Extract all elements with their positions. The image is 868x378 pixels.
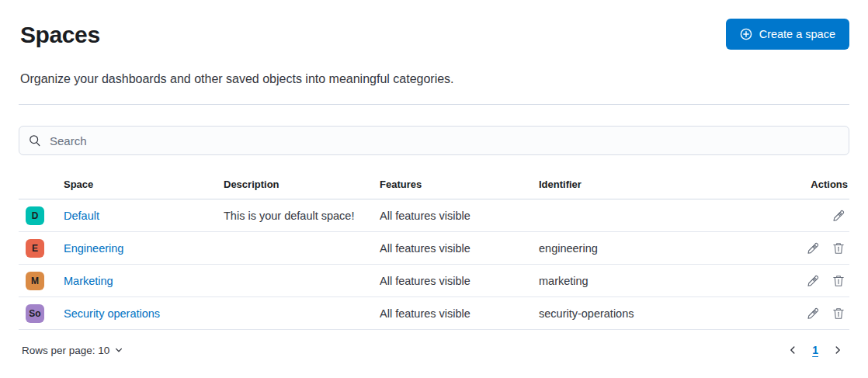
delete-space-button[interactable] [828, 303, 849, 324]
space-actions [772, 297, 849, 330]
edit-space-button[interactable] [802, 303, 824, 324]
page-number-current[interactable]: 1 [812, 344, 818, 356]
space-avatar: E [26, 239, 44, 258]
edit-space-button[interactable] [828, 205, 849, 227]
spaces-page: Spaces Create a space Organize your dash… [0, 0, 868, 378]
chevron-right-icon [832, 345, 843, 355]
space-features: All features visible [380, 199, 539, 232]
search-box[interactable] [19, 126, 849, 155]
create-space-button-label: Create a space [759, 28, 835, 40]
column-header-description: Description [224, 171, 380, 199]
chevron-left-icon [787, 345, 798, 355]
pagination: 1 [784, 342, 849, 359]
column-header-identifier: Identifier [539, 171, 772, 199]
space-actions [772, 265, 849, 297]
pencil-icon [807, 242, 819, 255]
trash-icon [832, 242, 845, 255]
space-actions [772, 199, 849, 232]
spaces-table: Space Description Features Identifier Ac… [19, 171, 849, 330]
table-row: SoSecurity operationsAll features visibl… [19, 297, 849, 330]
column-header-avatar [19, 171, 64, 199]
column-header-actions: Actions [772, 171, 849, 199]
table-row: MMarketingAll features visiblemarketing [19, 265, 849, 297]
space-description: This is your default space! [224, 199, 380, 232]
space-identifier [539, 199, 772, 232]
space-description [224, 265, 380, 297]
delete-space-button[interactable] [828, 238, 849, 259]
pencil-icon [832, 210, 845, 222]
trash-icon [832, 275, 845, 287]
space-features: All features visible [380, 297, 539, 330]
plus-in-circle-icon [740, 28, 752, 40]
space-identifier: marketing [539, 265, 772, 297]
create-space-button[interactable]: Create a space [726, 19, 849, 50]
space-name-link[interactable]: Default [64, 210, 99, 222]
header-divider [19, 104, 849, 105]
page-subtitle: Organize your dashboards and other saved… [20, 70, 849, 88]
space-features: All features visible [380, 265, 539, 297]
rows-per-page-button[interactable]: Rows per page: 10 [19, 343, 127, 358]
search-input[interactable] [48, 134, 839, 148]
space-avatar: D [26, 206, 44, 225]
trash-icon [832, 307, 845, 320]
column-header-space: Space [64, 171, 224, 199]
previous-page-button[interactable] [784, 342, 801, 359]
pencil-icon [807, 307, 819, 320]
space-name-link[interactable]: Security operations [64, 307, 160, 320]
space-avatar: So [26, 304, 44, 323]
space-features: All features visible [380, 232, 539, 265]
table-row: DDefaultThis is your default space!All f… [19, 199, 849, 232]
edit-space-button[interactable] [802, 238, 824, 259]
space-actions [772, 232, 849, 265]
edit-space-button[interactable] [802, 270, 824, 292]
page-title: Spaces [20, 20, 849, 50]
space-name-link[interactable]: Marketing [64, 275, 113, 287]
pencil-icon [807, 275, 819, 287]
space-name-link[interactable]: Engineering [64, 242, 123, 255]
rows-per-page-label: Rows per page: 10 [22, 345, 109, 356]
chevron-down-icon [114, 345, 123, 355]
space-identifier: security-operations [539, 297, 772, 330]
delete-space-button[interactable] [828, 270, 849, 292]
table-body: DDefaultThis is your default space!All f… [19, 199, 849, 330]
space-description [224, 297, 380, 330]
search-icon [29, 134, 41, 147]
space-avatar: M [26, 272, 44, 290]
table-footer: Rows per page: 10 1 [19, 342, 849, 359]
table-row: EEngineeringAll features visibleengineer… [19, 232, 849, 265]
next-page-button[interactable] [829, 342, 846, 359]
space-identifier: engineering [539, 232, 772, 265]
table-header-row: Space Description Features Identifier Ac… [19, 171, 849, 199]
column-header-features: Features [380, 171, 539, 199]
space-description [224, 232, 380, 265]
